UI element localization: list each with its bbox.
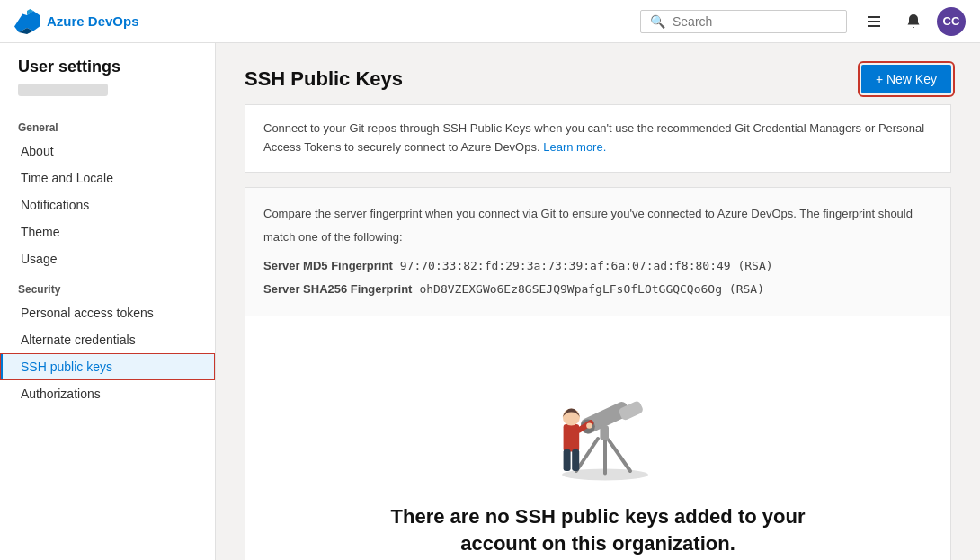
list-icon-button[interactable] — [858, 5, 890, 38]
page-title: SSH Public Keys — [245, 67, 403, 91]
sidebar-item-ssh-public-keys[interactable]: SSH public keys — [0, 353, 215, 380]
fingerprint-md5-value: 97:70:33:82:fd:29:3a:73:39:af:6a:07:ad:f… — [400, 254, 773, 278]
svg-rect-13 — [564, 449, 571, 471]
sidebar-title: User settings — [0, 58, 215, 84]
fingerprint-intro: Compare the server fingerprint when you … — [263, 202, 932, 249]
fingerprint-sha256-value: ohD8VZEXGWo6Ez8GSEJQ9WpafgLFsOfLOtGGQCQo… — [419, 278, 764, 301]
azure-devops-logo-icon — [14, 9, 40, 34]
sidebar-item-authorizations[interactable]: Authorizations — [0, 380, 215, 407]
sidebar-item-time-locale[interactable]: Time and Locale — [0, 164, 215, 191]
svg-rect-0 — [868, 16, 880, 18]
svg-line-6 — [609, 440, 630, 470]
search-placeholder: Search — [673, 14, 712, 29]
search-icon: 🔍 — [650, 14, 665, 29]
sidebar-item-about[interactable]: About — [0, 138, 215, 164]
learn-more-link[interactable]: Learn more. — [543, 140, 606, 154]
new-key-button[interactable]: + New Key — [861, 65, 951, 93]
sidebar-item-theme[interactable]: Theme — [0, 218, 215, 245]
svg-point-16 — [586, 422, 592, 428]
user-avatar[interactable]: CC — [937, 7, 966, 36]
bell-icon-button[interactable] — [897, 5, 930, 38]
fingerprint-sha256-row: Server SHA256 Fingerprint ohD8VZEXGWo6Ez… — [263, 278, 932, 301]
sidebar-user-name-blurred — [18, 84, 108, 96]
bell-icon — [905, 13, 922, 30]
fingerprint-sha256-label: Server SHA256 Fingerprint — [263, 278, 412, 301]
svg-rect-11 — [564, 424, 580, 451]
svg-rect-1 — [868, 21, 880, 22]
main-content: SSH Public Keys + New Key Connect to you… — [216, 43, 980, 560]
sidebar-section-security: Security — [0, 272, 215, 299]
description-box: Connect to your Git repos through SSH Pu… — [245, 104, 951, 173]
page-header: SSH Public Keys + New Key — [245, 65, 951, 93]
search-box[interactable]: 🔍 Search — [640, 10, 847, 33]
svg-rect-14 — [572, 449, 579, 471]
empty-state: There are no SSH public keys added to yo… — [245, 316, 951, 560]
sidebar-item-personal-access-tokens[interactable]: Personal access tokens — [0, 299, 215, 326]
telescope-illustration — [526, 345, 670, 489]
fingerprint-md5-label: Server MD5 Fingerprint — [263, 254, 393, 278]
sidebar: User settings General About Time and Loc… — [0, 43, 216, 560]
fingerprint-box: Compare the server fingerprint when you … — [245, 187, 951, 316]
main-layout: User settings General About Time and Loc… — [0, 43, 980, 560]
top-navigation: Azure DevOps 🔍 Search CC — [0, 0, 980, 43]
app-logo[interactable]: Azure DevOps — [14, 9, 139, 34]
sidebar-item-notifications[interactable]: Notifications — [0, 191, 215, 218]
sidebar-section-general: General — [0, 111, 215, 138]
svg-rect-10 — [600, 425, 609, 440]
svg-rect-2 — [868, 25, 880, 27]
empty-state-title: There are no SSH public keys added to yo… — [373, 503, 823, 559]
fingerprint-md5-row: Server MD5 Fingerprint 97:70:33:82:fd:29… — [263, 254, 932, 278]
topnav-icons: CC — [858, 5, 966, 38]
list-icon — [866, 13, 882, 30]
svg-line-4 — [576, 439, 598, 471]
sidebar-item-usage[interactable]: Usage — [0, 245, 215, 272]
app-name: Azure DevOps — [47, 13, 139, 29]
sidebar-item-alternate-credentials[interactable]: Alternate credentials — [0, 326, 215, 353]
